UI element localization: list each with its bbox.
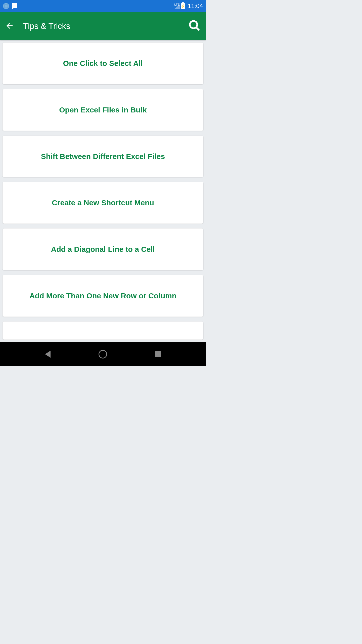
battery-icon: ⚡ [181,3,185,9]
search-button[interactable] [188,19,201,33]
loading-icon [3,3,9,9]
nav-back-button[interactable] [40,347,55,362]
status-right-group: LTE ⚡ 11:04 [174,3,203,10]
app-bar: Tips & Tricks [0,12,206,40]
tip-title: Add a Diagonal Line to a Cell [51,245,155,254]
nav-home-icon [99,350,107,358]
tips-list: One Click to Select All Open Excel Files… [0,40,206,342]
clock-label: 11:04 [188,3,203,10]
list-item[interactable]: Add a Diagonal Line to a Cell [3,228,203,270]
list-item[interactable]: Create a New Shortcut Menu [3,182,203,224]
svg-line-1 [196,27,199,30]
nav-recent-button[interactable] [151,347,166,362]
svg-point-0 [190,21,197,28]
list-item[interactable] [3,321,203,340]
signal-triangle-icon [174,5,180,9]
list-item[interactable]: Shift Between Different Excel Files [3,136,203,177]
tip-title: One Click to Select All [63,59,143,68]
nav-back-icon [45,351,51,358]
signal-indicator: LTE [174,3,180,9]
status-bar: LTE ⚡ 11:04 [0,0,206,12]
battery-charging-icon: ⚡ [181,4,185,8]
nav-home-button[interactable] [95,347,110,362]
back-arrow-icon [5,21,14,30]
status-left-group [3,3,174,9]
search-icon [188,19,201,32]
tip-title: Add More Than One New Row or Column [29,291,176,300]
nav-recent-icon [155,351,161,357]
tip-title: Shift Between Different Excel Files [41,152,165,161]
sd-card-icon [12,3,17,9]
list-item[interactable]: Add More Than One New Row or Column [3,275,203,317]
list-item[interactable]: One Click to Select All [3,43,203,84]
back-button[interactable] [5,21,14,31]
list-item[interactable]: Open Excel Files in Bulk [3,89,203,131]
tip-title: Open Excel Files in Bulk [59,105,147,114]
navigation-bar [0,342,206,366]
page-title: Tips & Tricks [23,21,179,31]
tip-title: Create a New Shortcut Menu [52,198,154,207]
